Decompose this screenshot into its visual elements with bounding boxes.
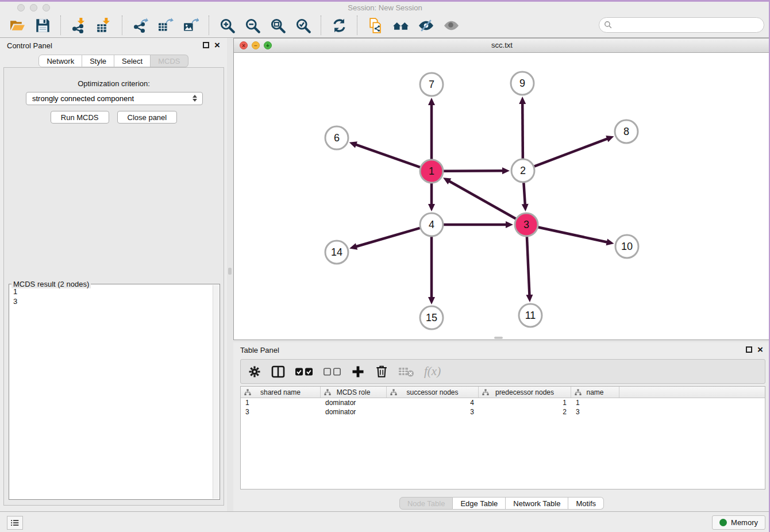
home-icon[interactable] (390, 16, 411, 34)
select-all-icon[interactable] (295, 364, 313, 380)
svg-text:9: 9 (519, 78, 525, 89)
network-view-window: × − + scc.txt 7968124314101511 (233, 38, 770, 340)
graph-edge-3-1[interactable] (443, 178, 516, 218)
tab-network-table[interactable]: Network Table (506, 497, 568, 510)
hide-eye-icon[interactable] (415, 16, 436, 34)
graph-node-9[interactable]: 9 (511, 72, 534, 95)
column-header-predecessor-nodes[interactable]: predecessor nodes (479, 387, 571, 398)
graph-node-11[interactable]: 11 (519, 304, 542, 327)
add-row-icon[interactable] (351, 364, 365, 380)
function-icon[interactable]: f(x) (424, 364, 441, 380)
status-bar: Memory (0, 511, 770, 532)
graph-edge-2-9[interactable] (519, 97, 526, 159)
tab-style[interactable]: Style (82, 55, 114, 67)
tab-mcds[interactable]: MCDS (151, 55, 188, 67)
tab-network[interactable]: Network (38, 55, 82, 67)
tab-edge-table[interactable]: Edge Table (453, 497, 506, 510)
refresh-icon[interactable] (329, 16, 349, 34)
zoom-fit-icon[interactable] (267, 16, 288, 34)
import-network-icon[interactable] (68, 16, 89, 34)
table-panel-title: Table Panel (240, 346, 279, 354)
svg-text:10: 10 (621, 241, 633, 252)
divider-grip[interactable] (228, 268, 232, 275)
graph-edge-1-7[interactable] (428, 98, 435, 159)
column-header-name[interactable]: name (571, 387, 619, 398)
float-table-panel-icon[interactable] (746, 346, 752, 353)
table-row-2[interactable]: 3dominator323 (241, 407, 765, 417)
cell-predecessor-nodes: 2 (479, 408, 571, 416)
delete-row-icon[interactable] (375, 364, 388, 380)
graph-edge-2-3[interactable] (522, 183, 529, 211)
split-column-icon[interactable] (271, 364, 285, 380)
graph-edge-3-10[interactable] (538, 227, 614, 245)
close-table-panel-icon[interactable]: × (757, 346, 763, 353)
close-panel-icon[interactable]: × (214, 41, 220, 49)
network-canvas[interactable]: 7968124314101511 (234, 53, 770, 340)
gear-icon[interactable] (248, 364, 261, 380)
toolbar-separator (209, 16, 209, 35)
cell-name: 1 (571, 399, 619, 407)
graph-node-15[interactable]: 15 (420, 306, 443, 329)
svg-text:15: 15 (426, 312, 437, 323)
graph-node-8[interactable]: 8 (615, 120, 638, 143)
network-zoom-button[interactable]: + (264, 41, 272, 49)
search-box[interactable] (599, 17, 764, 33)
table-toolbar: f(x) (240, 359, 765, 384)
task-history-button[interactable] (7, 516, 23, 530)
graph-edge-3-11[interactable] (526, 237, 533, 302)
zoom-out-icon[interactable] (242, 16, 263, 34)
graph-edge-1-2[interactable] (444, 167, 510, 174)
network-graph[interactable]: 7968124314101511 (234, 53, 769, 340)
delete-table-icon[interactable] (398, 364, 414, 380)
graph-node-7[interactable]: 7 (420, 73, 443, 96)
tab-select[interactable]: Select (114, 55, 151, 67)
deselect-all-icon[interactable] (323, 364, 341, 380)
cell-predecessor-nodes: 1 (479, 399, 571, 407)
export-network-icon[interactable] (130, 16, 151, 34)
float-panel-icon[interactable] (203, 42, 209, 48)
graph-node-1[interactable]: 1 (420, 160, 443, 183)
export-table-icon[interactable] (155, 16, 176, 34)
network-minimize-button[interactable]: − (252, 41, 260, 49)
graph-node-14[interactable]: 14 (325, 241, 348, 264)
vertical-split-divider[interactable] (227, 38, 233, 511)
tab-node-table[interactable]: Node Table (399, 497, 453, 510)
graph-edge-4-3[interactable] (444, 221, 513, 228)
graph-edge-4-14[interactable] (349, 228, 420, 250)
copy-document-icon[interactable] (365, 16, 386, 34)
run-mcds-button[interactable]: Run MCDS (51, 111, 109, 124)
graph-node-3[interactable]: 3 (515, 213, 538, 236)
graph-node-6[interactable]: 6 (325, 126, 348, 149)
graph-edge-2-8[interactable] (534, 136, 614, 166)
network-window-titlebar[interactable]: × − + scc.txt (234, 38, 770, 53)
mcds-result-box: 1 3 (9, 284, 220, 500)
graph-node-4[interactable]: 4 (420, 213, 443, 236)
mcds-result-scrollbar[interactable] (213, 285, 219, 499)
open-folder-icon[interactable] (7, 16, 28, 34)
network-close-button[interactable]: × (240, 41, 248, 49)
graph-node-10[interactable]: 10 (615, 235, 638, 258)
memory-button[interactable]: Memory (712, 515, 765, 530)
graph-edge-1-6[interactable] (349, 141, 420, 167)
mcds-result-text[interactable]: 1 3 (10, 285, 212, 499)
graph-node-2[interactable]: 2 (511, 159, 534, 182)
optimization-criterion-dropdown[interactable]: strongly connected component (26, 92, 203, 105)
search-input[interactable] (615, 21, 759, 29)
canvas-scrollbar-handle[interactable] (494, 337, 503, 339)
graph-edge-1-4[interactable] (428, 183, 435, 211)
table-row-1[interactable]: 1dominator411 (241, 398, 765, 407)
column-header-MCDS-role[interactable]: MCDS role (321, 387, 387, 398)
search-icon (604, 21, 613, 29)
import-table-icon[interactable] (94, 16, 114, 34)
close-panel-button[interactable]: Close panel (117, 111, 178, 124)
column-header-shared-name[interactable]: shared name (241, 387, 321, 398)
show-eye-icon[interactable] (441, 16, 461, 34)
tab-motifs[interactable]: Motifs (568, 497, 604, 510)
zoom-in-icon[interactable] (217, 16, 237, 34)
column-header-successor-nodes[interactable]: successor nodes (387, 387, 479, 398)
cell-name: 3 (571, 408, 619, 416)
graph-edge-4-15[interactable] (428, 237, 435, 304)
zoom-selected-icon[interactable] (292, 16, 313, 34)
export-image-icon[interactable] (180, 16, 201, 34)
save-icon[interactable] (32, 16, 53, 34)
